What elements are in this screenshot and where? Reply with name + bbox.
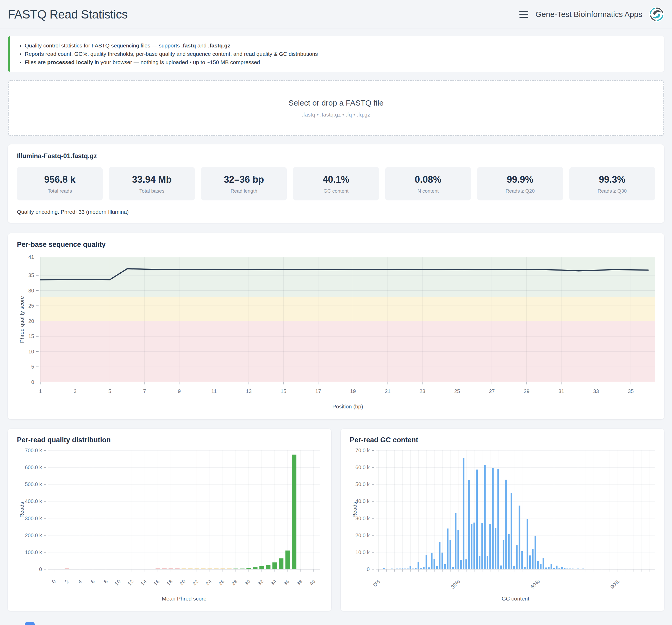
svg-text:15: 15 xyxy=(281,388,286,394)
svg-text:500.0 k: 500.0 k xyxy=(25,481,42,487)
file-dropzone[interactable]: Select or drop a FASTQ file .fastq • .fa… xyxy=(8,80,664,136)
svg-text:40: 40 xyxy=(308,578,316,586)
bar-x25 xyxy=(444,564,446,569)
bar-x32 xyxy=(259,566,264,569)
partially-visible-button[interactable] xyxy=(25,622,34,625)
bar-x37 xyxy=(292,455,296,569)
stat-value: 33.94 Mb xyxy=(111,174,192,185)
stat-label: Total bases xyxy=(111,188,192,194)
svg-text:25: 25 xyxy=(28,303,34,308)
svg-text:25: 25 xyxy=(454,388,460,394)
svg-text:30: 30 xyxy=(28,288,34,294)
svg-text:5: 5 xyxy=(31,364,34,370)
bar-x38 xyxy=(479,556,480,569)
svg-text:20: 20 xyxy=(28,318,34,324)
app-suite-label[interactable]: Gene-Test Bioinformatics Apps xyxy=(535,10,642,19)
svg-text:16: 16 xyxy=(153,578,161,586)
svg-text:8: 8 xyxy=(103,578,109,584)
bar-x44 xyxy=(495,528,496,569)
bar-x36 xyxy=(286,551,290,569)
bar-x40 xyxy=(484,465,485,569)
info-bullet-reports: Reports read count, GC%, quality thresho… xyxy=(25,50,656,58)
stats-row: 956.8 kTotal reads33.94 MbTotal bases32–… xyxy=(17,167,655,201)
svg-text:38: 38 xyxy=(295,578,304,586)
menu-icon[interactable] xyxy=(519,10,529,19)
svg-text:200.0 k: 200.0 k xyxy=(25,532,42,538)
svg-text:9: 9 xyxy=(178,388,181,394)
bar-x29 xyxy=(455,513,456,569)
svg-text:18: 18 xyxy=(165,578,173,586)
bar-x22 xyxy=(436,566,438,569)
bar-x31 xyxy=(460,560,462,569)
brand-logo-icon[interactable] xyxy=(649,7,664,22)
stat-value: 32–36 bp xyxy=(203,174,285,185)
svg-text:32: 32 xyxy=(256,578,264,586)
per-base-quality-card: Per-base sequence quality 05101520253035… xyxy=(8,233,664,419)
stat-card: 40.1%GC content xyxy=(293,167,379,201)
stat-label: Reads ≥ Q30 xyxy=(572,188,653,194)
svg-text:35: 35 xyxy=(628,388,634,394)
svg-text:600.0 k: 600.0 k xyxy=(25,464,42,470)
header-right: Gene-Test Bioinformatics Apps xyxy=(519,7,664,22)
svg-text:35: 35 xyxy=(28,272,34,278)
svg-text:0%: 0% xyxy=(372,578,381,588)
distribution-charts-row: Per-read quality distribution 0100.0 k20… xyxy=(8,429,664,611)
svg-text:4: 4 xyxy=(77,578,82,584)
bar-x24 xyxy=(441,553,443,569)
bar-x53 xyxy=(519,506,520,569)
bar-x67 xyxy=(556,565,557,569)
quality-encoding-note: Quality encoding: Phred+33 (modern Illum… xyxy=(17,209,655,215)
read-quality-distribution-card: Per-read quality distribution 0100.0 k20… xyxy=(8,429,331,611)
svg-text:41: 41 xyxy=(28,254,34,260)
svg-text:Reads: Reads xyxy=(19,502,25,518)
bar-x52 xyxy=(516,545,518,569)
stat-label: Reads ≥ Q20 xyxy=(479,188,561,194)
bar-x54 xyxy=(521,551,523,569)
bar-x64 xyxy=(548,566,549,569)
svg-text:33: 33 xyxy=(593,388,599,394)
svg-text:26: 26 xyxy=(217,578,225,586)
bar-x35 xyxy=(279,558,283,569)
bar-x49 xyxy=(508,534,509,569)
svg-text:28: 28 xyxy=(231,578,239,586)
svg-text:24: 24 xyxy=(205,578,213,586)
svg-text:27: 27 xyxy=(489,388,495,394)
svg-text:10: 10 xyxy=(114,578,122,586)
bar-x51 xyxy=(513,566,515,569)
svg-text:6: 6 xyxy=(90,578,96,584)
bar-x37 xyxy=(476,470,478,569)
svg-text:0: 0 xyxy=(367,566,369,572)
stat-value: 99.9% xyxy=(479,174,561,185)
svg-text:30%: 30% xyxy=(450,578,461,590)
bar-x17 xyxy=(423,567,425,569)
svg-text:700.0 k: 700.0 k xyxy=(25,447,42,453)
bar-x19 xyxy=(428,568,430,569)
bar-x21 xyxy=(433,559,435,569)
bar-x48 xyxy=(505,480,507,569)
svg-text:GC content: GC content xyxy=(502,596,529,602)
svg-text:12: 12 xyxy=(126,578,135,586)
bar-x23 xyxy=(439,542,440,569)
bar-x43 xyxy=(492,468,494,569)
bar-x31 xyxy=(253,568,257,569)
svg-text:70.0 k: 70.0 k xyxy=(356,447,370,453)
stat-value: 0.08% xyxy=(387,174,469,185)
bar-x33 xyxy=(266,565,270,569)
bar-x26 xyxy=(447,529,448,569)
stat-value: 956.8 k xyxy=(19,174,100,185)
stat-card: 32–36 bpRead length xyxy=(201,167,287,201)
per-base-quality-chart: 0510152025303541135791113151719212325272… xyxy=(17,251,655,413)
dropzone-formats: .fastq • .fastq.gz • .fq • .fq.gz xyxy=(302,112,370,118)
svg-text:0: 0 xyxy=(39,566,42,572)
stat-card: 33.94 MbTotal bases xyxy=(109,167,195,201)
app-header: FASTQ Read Statistics Gene-Test Bioinfor… xyxy=(0,0,672,28)
bar-x56 xyxy=(527,519,528,569)
bar-x35 xyxy=(471,524,472,569)
bar-x42 xyxy=(489,524,491,569)
svg-text:20.0 k: 20.0 k xyxy=(356,532,370,538)
bar-x34 xyxy=(272,562,277,569)
svg-text:22: 22 xyxy=(191,578,199,586)
bar-x18 xyxy=(426,555,427,569)
svg-text:23: 23 xyxy=(419,388,425,394)
svg-text:0: 0 xyxy=(51,578,57,584)
